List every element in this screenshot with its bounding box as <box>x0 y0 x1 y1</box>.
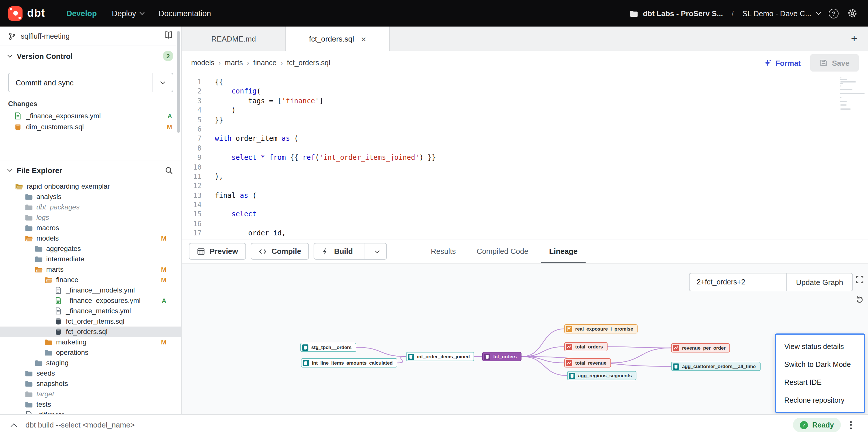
code-line: 15 select <box>182 210 868 219</box>
chevron-down-icon <box>7 167 12 172</box>
context-menu-item-restart-ide[interactable]: Restart IDE <box>776 373 864 391</box>
tree-item-fct-order-items-sql[interactable]: fct_order_items.sql <box>0 316 181 327</box>
file-explorer-header[interactable]: File Explorer <box>0 160 181 180</box>
top-navbar: dbt DevelopDeployDocumentation dbt Labs … <box>0 0 868 27</box>
lineage-node-agg-customer-orders-all-time[interactable]: agg_customer_orders__all_time <box>671 362 760 371</box>
change-item-dim-customers-sql[interactable]: dim_customers.sqlM <box>0 121 181 132</box>
commit-options-dropdown[interactable] <box>152 73 173 92</box>
save-button[interactable]: Save <box>810 54 859 71</box>
project-switcher[interactable]: SL Demo - Dave C... <box>742 9 820 18</box>
tree-item-finance-models-yml[interactable]: _finance__models.yml <box>0 285 181 295</box>
lineage-filter-input[interactable] <box>689 273 786 291</box>
tree-item-intermediate[interactable]: intermediate <box>0 254 181 264</box>
reset-view-icon[interactable] <box>855 295 864 306</box>
panel-tab-results[interactable]: Results <box>421 239 466 263</box>
lineage-node-int-order-items-joined[interactable]: int_order_items_joined <box>406 352 474 361</box>
model-icon <box>569 372 575 379</box>
preview-button[interactable]: Preview <box>189 243 246 260</box>
breadcrumb-item-models[interactable]: models <box>191 59 215 67</box>
code-editor[interactable]: 1{{2 config(3 tags = ['finance']4 )5}}67… <box>182 75 868 239</box>
tree-item-gitignore[interactable]: .gitignore <box>0 410 181 414</box>
editor-tab-fct-orders-sql[interactable]: fct_orders.sql× <box>286 27 390 51</box>
git-branch-row[interactable]: sqlfluff-meeting <box>0 27 181 46</box>
tree-item-operations[interactable]: operations <box>0 347 181 358</box>
gear-icon[interactable] <box>847 8 858 19</box>
context-menu-item-view-status-details[interactable]: View status details <box>776 337 864 356</box>
tree-item-aggregates[interactable]: aggregates <box>0 243 181 254</box>
nav-link-label: Deploy <box>112 9 136 18</box>
tree-item-staging[interactable]: staging <box>0 358 181 368</box>
code-text: with order_item as ( <box>215 134 298 144</box>
changes-label: Changes <box>0 98 181 110</box>
tree-item-target[interactable]: target <box>0 389 181 399</box>
git-status-M: M <box>161 235 166 242</box>
lineage-node-agg-regions-segments[interactable]: agg_regions_segments <box>567 371 637 380</box>
context-menu-item-switch-to-dark-mode[interactable]: Switch to Dark Mode <box>776 356 864 373</box>
changes-list: _finance_exposures.ymlAdim_customers.sql… <box>0 110 181 132</box>
tree-item-finance-exposures-yml[interactable]: _finance_exposures.ymlA <box>0 295 181 306</box>
format-button[interactable]: Format <box>763 59 801 67</box>
breadcrumb-item-finance[interactable]: finance <box>253 59 277 67</box>
lineage-node-revenue-per-order[interactable]: revenue_per_order <box>671 343 730 353</box>
docs-book-icon[interactable] <box>164 31 173 41</box>
tree-item-fct-orders-sql[interactable]: fct_orders.sql <box>0 327 181 337</box>
panel-tab-lineage[interactable]: Lineage <box>539 239 588 263</box>
expand-command-bar-icon[interactable] <box>11 420 16 430</box>
code-line: 5}} <box>182 115 868 125</box>
command-input[interactable]: dbt build --select <model_name> <box>25 421 135 429</box>
editor-minimap[interactable] <box>840 77 866 110</box>
commit-and-sync-button[interactable]: Commit and sync <box>8 73 173 92</box>
panel-tab-compiled-code[interactable]: Compiled Code <box>466 239 539 263</box>
code-line: 9 select * from {{ ref('int_order_items_… <box>182 153 868 162</box>
tree-item-label: fct_order_items.sql <box>66 317 124 325</box>
breadcrumb-item-fct-orders-sql[interactable]: fct_orders.sql <box>287 59 330 67</box>
lineage-node-real-exposure-i-promise[interactable]: real_exposure_i_promise <box>564 324 638 333</box>
file-search-icon[interactable] <box>164 166 173 174</box>
lineage-node-fct-orders[interactable]: fct_orders <box>482 352 521 361</box>
tree-item-marts[interactable]: martsM <box>0 264 181 275</box>
nav-documentation[interactable]: Documentation <box>151 0 219 27</box>
build-options-dropdown[interactable] <box>369 249 379 253</box>
tree-item-finance[interactable]: financeM <box>0 275 181 285</box>
code-text: final as ( <box>215 191 257 200</box>
help-icon[interactable]: ? <box>829 8 839 18</box>
tree-item-dbt-packages[interactable]: dbt_packages <box>0 202 181 212</box>
lineage-node-total-orders[interactable]: total_orders <box>564 342 608 352</box>
context-menu-item-reclone-repository[interactable]: Reclone repository <box>776 391 864 409</box>
tree-item-marketing[interactable]: marketingM <box>0 337 181 347</box>
lineage-node-total-revenue[interactable]: total_revenue <box>564 358 611 368</box>
dbt-cloud-ide: dbt DevelopDeployDocumentation dbt Labs … <box>0 0 868 435</box>
change-item-finance-exposures-yml[interactable]: _finance_exposures.ymlA <box>0 110 181 121</box>
tree-item-macros[interactable]: macros <box>0 223 181 233</box>
lineage-node-stg-tpch-orders[interactable]: stg_tpch__orders <box>300 343 356 352</box>
more-options-icon[interactable] <box>850 421 852 429</box>
tree-item-snapshots[interactable]: snapshots <box>0 378 181 389</box>
version-control-header[interactable]: Version Control 2 <box>0 46 181 66</box>
update-graph-button[interactable]: Update Graph <box>786 273 853 291</box>
folder-open-icon <box>35 265 43 273</box>
model-icon <box>302 344 308 350</box>
model-icon <box>54 328 62 336</box>
breadcrumb-item-marts[interactable]: marts <box>225 59 243 67</box>
build-button[interactable]: Build <box>314 243 387 260</box>
compile-button[interactable]: Compile <box>251 243 309 260</box>
dbt-logo[interactable]: dbt <box>8 6 45 21</box>
tree-item-seeds[interactable]: seeds <box>0 368 181 378</box>
close-tab-icon[interactable]: × <box>361 34 366 43</box>
nav-develop[interactable]: Develop <box>59 0 104 27</box>
sidebar-scrollbar[interactable] <box>177 31 180 133</box>
editor-tab-readme-md[interactable]: README.md <box>182 27 286 51</box>
nav-deploy[interactable]: Deploy <box>104 0 151 27</box>
tree-item-models[interactable]: modelsM <box>0 233 181 243</box>
git-branch-icon <box>8 32 16 40</box>
tree-item-rapid-onboarding-exemplar[interactable]: rapid-onboarding-exemplar <box>0 181 181 192</box>
fullscreen-icon[interactable] <box>855 275 864 286</box>
dbt-logo-text: dbt <box>27 7 45 20</box>
account-switcher[interactable]: dbt Labs - ProServ S... <box>629 9 723 18</box>
tree-item-tests[interactable]: tests <box>0 399 181 410</box>
tree-item-finance-metrics-yml[interactable]: _finance_metrics.yml <box>0 306 181 316</box>
new-tab-button[interactable]: + <box>840 27 868 51</box>
tree-item-analysis[interactable]: analysis <box>0 192 181 202</box>
tree-item-logs[interactable]: logs <box>0 212 181 223</box>
lineage-node-int-line-items-amounts-calculated[interactable]: int_line_items_amounts_calculated <box>301 358 397 368</box>
